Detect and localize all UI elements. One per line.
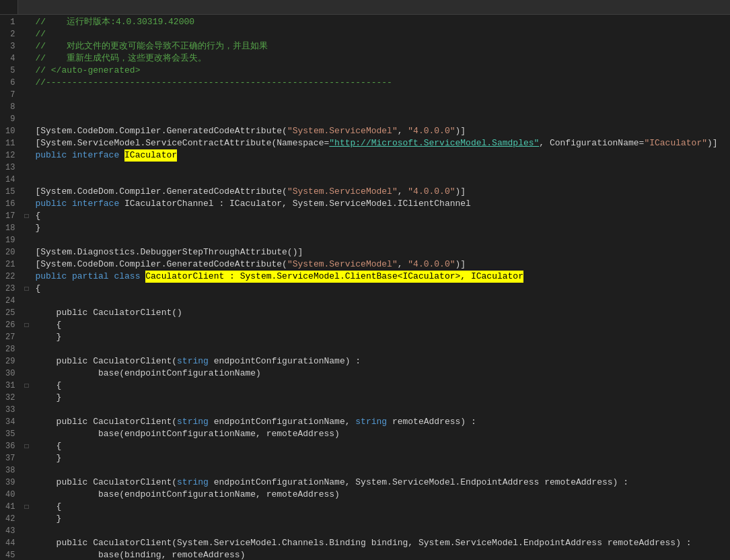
- code-line: {: [35, 210, 730, 222]
- code-line: }: [35, 392, 730, 404]
- collapse-indicator[interactable]: □: [20, 440, 32, 452]
- collapse-indicator: [20, 271, 32, 283]
- collapse-indicator: [20, 53, 32, 65]
- line-number: 7: [5, 89, 15, 101]
- line-number: 32: [5, 392, 15, 404]
- code-line: [35, 525, 730, 537]
- code-line: [35, 162, 730, 174]
- code-line: //--------------------------------------…: [35, 77, 730, 89]
- code-line: [35, 101, 730, 113]
- collapse-indicator: [20, 137, 32, 149]
- code-line: {: [35, 440, 730, 452]
- code-line: [35, 295, 730, 307]
- code-line: public partial class CaculatorClient : S…: [35, 271, 730, 283]
- code-line: [35, 464, 730, 477]
- code-content[interactable]: // 运行时版本:4.0.30319.42000//// 对此文件的更改可能会导…: [32, 15, 730, 560]
- collapse-indicator: [20, 16, 32, 28]
- line-number: 28: [5, 343, 15, 355]
- line-number: 3: [5, 40, 15, 53]
- code-line: [35, 234, 730, 246]
- collapse-indicator: [20, 77, 32, 89]
- code-line: public CaculatorClient(string endpointCo…: [35, 355, 730, 368]
- tab-bar: [0, 0, 730, 15]
- line-number: 24: [5, 295, 15, 307]
- collapse-indicator: [20, 343, 32, 355]
- collapse-indicator: [20, 162, 32, 174]
- collapse-indicator: [20, 174, 32, 186]
- line-number: 10: [5, 125, 15, 137]
- file-tab[interactable]: [0, 0, 18, 14]
- line-number: 13: [5, 162, 15, 174]
- line-number: 9: [5, 113, 15, 125]
- code-line: public CaculatorClient(string endpointCo…: [35, 477, 730, 489]
- code-line: public interface ICaculator: [35, 149, 730, 162]
- line-number: 31: [5, 380, 15, 392]
- code-line: base(endpointConfigurationName, remoteAd…: [35, 489, 730, 501]
- code-line: [System.CodeDom.Compiler.GeneratedCodeAt…: [35, 186, 730, 198]
- code-line: public CaculatorClient(string endpointCo…: [35, 416, 730, 428]
- collapse-indicator: [20, 416, 32, 428]
- collapse-indicator[interactable]: □: [20, 380, 32, 392]
- collapse-indicator: [20, 89, 32, 101]
- code-line: public CaculatorClient(System.ServiceMod…: [35, 537, 730, 549]
- line-number: 38: [5, 464, 15, 477]
- collapse-indicator: [20, 464, 32, 477]
- collapse-indicator[interactable]: □: [20, 501, 32, 513]
- code-line: // 重新生成代码，这些更改将会丢失。: [35, 53, 730, 65]
- code-line: }: [35, 513, 730, 525]
- collapse-indicator: [20, 198, 32, 210]
- collapse-indicator: [20, 186, 32, 198]
- line-number: 25: [5, 307, 15, 319]
- collapse-indicator: [20, 392, 32, 404]
- line-number: 30: [5, 368, 15, 380]
- collapse-indicator: [20, 428, 32, 440]
- line-number: 40: [5, 489, 15, 501]
- collapse-indicator: [20, 246, 32, 258]
- code-line: base(endpointConfigurationName): [35, 368, 730, 380]
- line-number: 15: [5, 186, 15, 198]
- collapse-indicator: [20, 307, 32, 319]
- line-number: 45: [5, 549, 15, 560]
- code-line: base(endpointConfigurationName, remoteAd…: [35, 428, 730, 440]
- line-number: 12: [5, 149, 15, 162]
- line-number: 36: [5, 440, 15, 452]
- collapse-indicator: [20, 489, 32, 501]
- line-number: 17: [5, 210, 15, 222]
- collapse-indicator: [20, 28, 32, 40]
- line-number: 27: [5, 331, 15, 343]
- collapse-indicator[interactable]: □: [20, 283, 32, 295]
- line-number: 26: [5, 319, 15, 331]
- line-number: 2: [5, 28, 15, 40]
- line-number: 39: [5, 477, 15, 489]
- code-line: // 对此文件的更改可能会导致不正确的行为，并且如果: [35, 40, 730, 53]
- line-number: 20: [5, 246, 15, 258]
- collapse-indicator: [20, 355, 32, 368]
- code-line: }: [35, 452, 730, 464]
- line-number: 5: [5, 65, 15, 77]
- collapse-indicator: [20, 537, 32, 549]
- line-numbers: 1234567891011121314151617181920212223242…: [0, 15, 20, 560]
- line-number: 4: [5, 53, 15, 65]
- collapse-indicator: [20, 258, 32, 271]
- collapse-indicator: [20, 40, 32, 53]
- line-number: 35: [5, 428, 15, 440]
- line-number: 6: [5, 77, 15, 89]
- line-number: 42: [5, 513, 15, 525]
- collapse-indicator: [20, 477, 32, 489]
- collapse-indicator: [20, 222, 32, 234]
- collapse-indicator: [20, 125, 32, 137]
- line-number: 44: [5, 537, 15, 549]
- code-line: public CaculatorClient(): [35, 307, 730, 319]
- code-line: [System.CodeDom.Compiler.GeneratedCodeAt…: [35, 125, 730, 137]
- collapse-indicator: [20, 149, 32, 162]
- collapse-indicator: [20, 513, 32, 525]
- code-line: [35, 89, 730, 101]
- collapse-column: □□□□□□□□: [20, 15, 32, 560]
- collapse-indicator[interactable]: □: [20, 210, 32, 222]
- collapse-indicator: [20, 101, 32, 113]
- collapse-indicator[interactable]: □: [20, 319, 32, 331]
- code-line: public interface ICaculatorChannel : ICa…: [35, 198, 730, 210]
- line-number: 23: [5, 283, 15, 295]
- code-line: // 运行时版本:4.0.30319.42000: [35, 16, 730, 28]
- line-number: 1: [5, 16, 15, 28]
